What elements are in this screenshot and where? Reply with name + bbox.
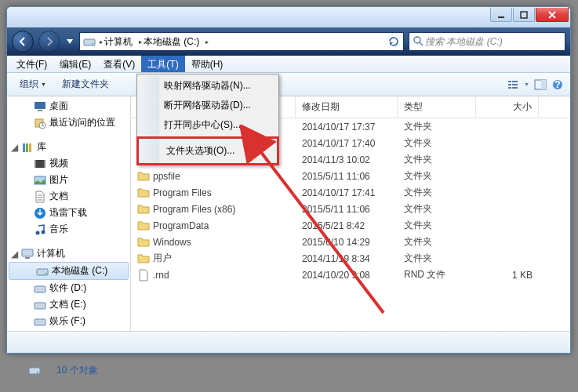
- search-icon: [413, 35, 425, 48]
- file-type: 文件夹: [398, 201, 476, 216]
- file-size: [476, 143, 539, 144]
- svg-rect-22: [35, 160, 45, 168]
- view-mode-icon[interactable]: [507, 78, 519, 91]
- sidebar-item-pictures[interactable]: 图片: [7, 172, 130, 188]
- file-size: [476, 258, 539, 260]
- file-date: 2014/10/17 17:40: [296, 137, 398, 150]
- collapse-icon[interactable]: ◢: [10, 249, 18, 260]
- sidebar-item-drive-e[interactable]: 文档 (E:): [7, 296, 130, 313]
- column-type[interactable]: 类型: [398, 96, 476, 118]
- file-row[interactable]: .rnd2014/10/20 9:08RND 文件1 KB: [131, 267, 570, 283]
- sidebar-item-videos[interactable]: 视频: [7, 155, 130, 172]
- menu-tools[interactable]: 工具(T): [141, 56, 184, 72]
- sidebar-item-desktop[interactable]: 桌面: [7, 98, 130, 114]
- xunlei-icon: [34, 207, 46, 220]
- drive-icon: [34, 282, 46, 295]
- pictures-icon: [34, 174, 46, 187]
- svg-rect-19: [23, 143, 25, 152]
- file-row[interactable]: ppsfile2015/5/11 11:06文件夹: [131, 168, 570, 184]
- svg-rect-2: [84, 39, 95, 45]
- breadcrumb-drive[interactable]: 本地磁盘 (C:): [144, 35, 199, 49]
- documents-icon: [34, 191, 46, 203]
- sidebar-item-drive-f[interactable]: 娱乐 (F:): [7, 313, 130, 329]
- organize-button[interactable]: 组织▼: [13, 74, 53, 94]
- drive-icon: [34, 299, 46, 311]
- file-date: 2014/10/17 17:37: [296, 121, 398, 133]
- file-name: Windows: [153, 237, 191, 248]
- svg-rect-16: [38, 110, 42, 111]
- file-row[interactable]: Program Files (x86)2015/5/11 11:06文件夹: [131, 201, 570, 217]
- menu-map-drive[interactable]: 映射网络驱动器(N)...: [139, 76, 277, 96]
- menu-file[interactable]: 文件(F): [10, 56, 53, 72]
- file-row[interactable]: ProgramData2015/5/21 8:42文件夹: [131, 217, 570, 234]
- file-date: 2014/10/20 9:08: [296, 269, 398, 281]
- svg-rect-36: [35, 319, 45, 325]
- minimize-button[interactable]: [490, 8, 512, 22]
- svg-rect-1: [521, 12, 527, 18]
- svg-rect-38: [29, 368, 40, 374]
- drive-icon: [36, 265, 49, 278]
- folder-icon: [137, 187, 150, 199]
- column-size[interactable]: 大小: [476, 96, 539, 118]
- svg-rect-12: [541, 80, 546, 89]
- sidebar-item-xunlei[interactable]: 迅雷下载: [7, 205, 130, 221]
- sidebar-item-drive-c[interactable]: 本地磁盘 (C:): [9, 262, 129, 280]
- file-row[interactable]: Windows2015/6/10 14:29文件夹: [131, 234, 570, 250]
- svg-rect-15: [35, 102, 45, 109]
- menu-view[interactable]: 查看(V): [97, 56, 141, 72]
- close-button[interactable]: [536, 8, 569, 22]
- history-dropdown-icon[interactable]: [65, 39, 75, 44]
- svg-rect-7: [508, 84, 511, 85]
- search-input[interactable]: 搜索 本地磁盘 (C:): [409, 32, 565, 51]
- svg-point-39: [37, 372, 38, 373]
- address-bar[interactable]: ▸计算机 ▸本地磁盘 (C:) ▸: [79, 32, 404, 51]
- folder-icon: [137, 203, 150, 216]
- file-name: Program Files (x86): [153, 204, 235, 215]
- menu-sync-center[interactable]: 打开同步中心(S)...: [139, 115, 277, 135]
- file-type: 文件夹: [398, 169, 476, 183]
- object-count: 10 个对象: [56, 364, 98, 377]
- svg-point-4: [414, 37, 420, 43]
- column-date[interactable]: 修改日期: [296, 96, 398, 118]
- sidebar-item-libraries[interactable]: ◢库: [7, 139, 130, 155]
- drive-icon: [34, 315, 46, 328]
- svg-rect-9: [508, 87, 511, 89]
- file-row[interactable]: 用户2014/11/19 8:34文件夹: [131, 250, 570, 267]
- svg-rect-20: [26, 143, 28, 152]
- titlebar: [7, 7, 570, 27]
- navbar: ▸计算机 ▸本地磁盘 (C:) ▸ 搜索 本地磁盘 (C:): [7, 27, 570, 56]
- breadcrumb-computer[interactable]: 计算机: [104, 35, 133, 49]
- file-size: [476, 126, 539, 128]
- file-type: 文件夹: [398, 218, 476, 233]
- svg-rect-31: [25, 257, 30, 259]
- file-row[interactable]: Program Files2014/10/17 17:41文件夹: [131, 184, 570, 201]
- file-size: [476, 159, 539, 161]
- collapse-icon[interactable]: ◢: [10, 142, 18, 153]
- menu-disconnect-drive[interactable]: 断开网络驱动器(D)...: [139, 96, 277, 115]
- svg-rect-34: [35, 286, 45, 292]
- menu-help[interactable]: 帮助(H): [185, 56, 230, 72]
- newfolder-button[interactable]: 新建文件夹: [56, 74, 115, 94]
- toolbar: 组织▼ 新建文件夹 ▼ ?: [7, 73, 570, 96]
- forward-button[interactable]: [38, 31, 60, 53]
- maximize-button[interactable]: [513, 8, 535, 22]
- menu-folder-options[interactable]: 文件夹选项(O)...: [136, 136, 279, 165]
- file-size: [476, 192, 539, 194]
- refresh-icon[interactable]: [387, 35, 400, 48]
- svg-point-33: [45, 273, 46, 274]
- menu-edit[interactable]: 编辑(E): [53, 56, 97, 72]
- sidebar-item-drive-d[interactable]: 软件 (D:): [7, 280, 130, 296]
- file-icon: [137, 269, 150, 281]
- back-button[interactable]: [12, 31, 34, 53]
- file-size: [476, 225, 539, 227]
- sidebar-item-recent[interactable]: 最近访问的位置: [7, 114, 130, 131]
- file-date: 2015/5/11 11:06: [296, 203, 398, 216]
- sidebar-item-documents[interactable]: 文档: [7, 188, 130, 205]
- help-icon[interactable]: ?: [551, 78, 564, 91]
- svg-rect-23: [35, 160, 36, 168]
- preview-pane-icon[interactable]: [534, 78, 547, 91]
- sidebar-item-computer[interactable]: ◢计算机: [7, 245, 130, 262]
- folder-icon: [137, 170, 150, 183]
- sidebar-item-music[interactable]: 音乐: [7, 221, 130, 238]
- file-type: RND 文件: [398, 267, 476, 282]
